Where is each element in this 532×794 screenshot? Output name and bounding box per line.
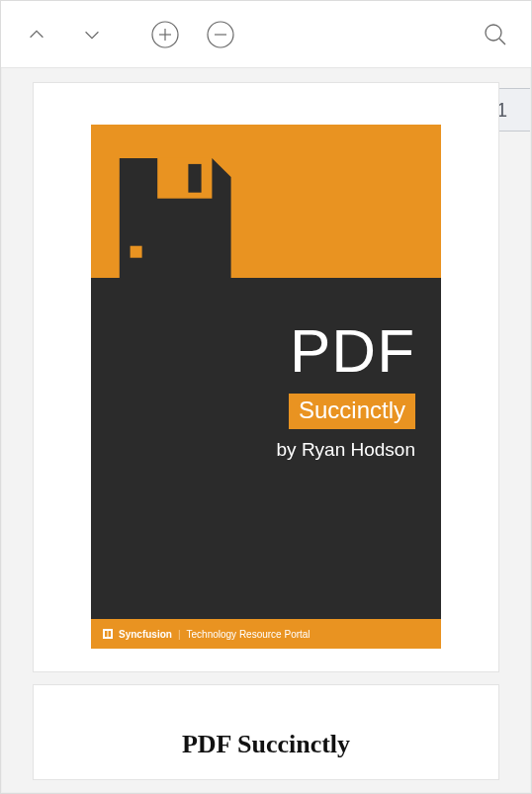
svg-rect-10	[103, 629, 113, 639]
page-2-heading: PDF Succinctly	[182, 730, 350, 759]
chevron-up-icon	[26, 24, 47, 45]
svg-line-6	[499, 39, 505, 44]
prev-page-button[interactable]	[15, 13, 58, 56]
footer-divider: |	[178, 629, 181, 640]
pdf-page-2: PDF Succinctly	[33, 684, 499, 780]
svg-point-5	[486, 25, 501, 41]
svg-rect-8	[188, 164, 201, 193]
brand-logo-icon	[103, 629, 113, 639]
minus-circle-icon	[206, 20, 235, 49]
footer-brand: Syncfusion	[119, 629, 172, 640]
floppy-disk-icon	[115, 152, 233, 278]
chevron-down-icon	[81, 24, 103, 45]
cover-header-band	[91, 125, 441, 278]
svg-rect-12	[109, 631, 112, 637]
cover-author: by Ryan Hodson	[277, 439, 415, 461]
svg-rect-7	[157, 158, 212, 199]
zoom-in-button[interactable]	[143, 13, 187, 56]
footer-tagline: Technology Resource Portal	[187, 629, 310, 640]
page-canvas[interactable]: 1 PDF Succinctly by Ry	[1, 68, 531, 793]
next-page-button[interactable]	[70, 13, 114, 56]
cover-text-block: PDF Succinctly by Ryan Hodson	[277, 320, 415, 461]
cover-footer: Syncfusion | Technology Resource Portal	[91, 619, 441, 649]
svg-rect-9	[131, 246, 142, 258]
cover-subtitle-box: Succinctly	[289, 394, 415, 429]
cover-title: PDF	[277, 320, 415, 382]
search-button[interactable]	[474, 13, 517, 56]
toolbar	[1, 1, 531, 68]
cover-subtitle: Succinctly	[299, 397, 405, 423]
plus-circle-icon	[150, 20, 180, 49]
search-icon	[483, 22, 508, 47]
zoom-out-button[interactable]	[199, 13, 242, 56]
svg-rect-11	[105, 631, 108, 637]
book-cover: PDF Succinctly by Ryan Hodson Syncfusion…	[91, 125, 441, 649]
pdf-viewer: 1 PDF Succinctly by Ry	[0, 0, 532, 794]
pdf-page-1: PDF Succinctly by Ryan Hodson Syncfusion…	[33, 82, 499, 672]
